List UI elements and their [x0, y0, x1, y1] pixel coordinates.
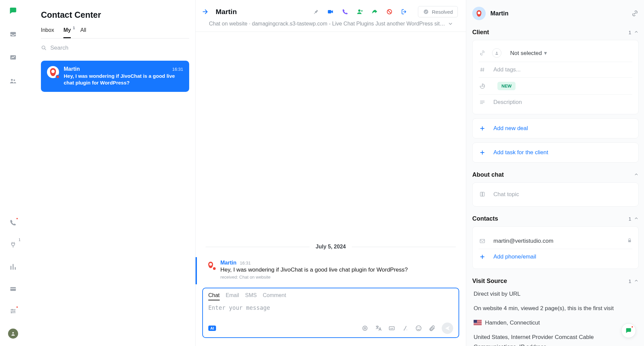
composer-toolbar: AI: [208, 323, 453, 334]
description-placeholder: Description: [493, 99, 522, 106]
phone-call-icon[interactable]: [341, 8, 349, 15]
section-toggle[interactable]: Client 1: [472, 29, 639, 36]
tab-my[interactable]: My 1: [63, 27, 71, 38]
message-text: Hey, I was wondering if JivoChat is a go…: [220, 267, 408, 273]
search-box[interactable]: [41, 45, 189, 51]
visit-details: Direct visit by URL On website 4 min, vi…: [472, 285, 639, 346]
pin-icon[interactable]: [312, 8, 319, 15]
section-title: Client: [472, 29, 626, 36]
section-count: 1: [629, 30, 631, 35]
status-row[interactable]: NEW: [479, 77, 632, 94]
contact-center-panel: Contact Center Inbox My 1 All Martin 16:…: [26, 0, 195, 346]
profile-avatar[interactable]: [8, 329, 18, 339]
client-link-row[interactable]: Not selected▾: [479, 44, 632, 62]
rail-settings-icon[interactable]: [8, 306, 18, 316]
cc-tabs: Inbox My 1 All: [41, 27, 189, 39]
video-call-icon[interactable]: [327, 8, 334, 15]
composer-tab-sms[interactable]: SMS: [245, 292, 257, 300]
date-separator: July 5, 2024: [206, 244, 456, 250]
section-contacts: Contacts 1 martin@vertistudio.com Add ph…: [472, 215, 639, 269]
chat-header: Martin Resolved: [196, 0, 466, 21]
back-button[interactable]: [200, 7, 210, 17]
tags-row[interactable]: Add tags...: [479, 62, 632, 77]
emoji-icon[interactable]: [415, 325, 422, 332]
tab-my-label: My: [63, 27, 71, 33]
chat-widget-button[interactable]: [621, 323, 636, 338]
chat-source-text: Chat on website · damagingcrack.s3-taste…: [209, 21, 445, 27]
section-count: 1: [629, 278, 631, 284]
rail-integrations-icon[interactable]: 1: [8, 240, 18, 249]
email-row[interactable]: martin@vertistudio.com: [479, 231, 632, 249]
composer-tabs: Chat Email SMS Comment: [208, 292, 453, 300]
plus-icon: [479, 149, 486, 156]
copy-link-icon[interactable]: [631, 10, 639, 17]
ban-icon[interactable]: [386, 8, 393, 15]
add-user-icon[interactable]: [356, 8, 364, 15]
chat-topic-row[interactable]: Chat topic: [479, 187, 632, 202]
target-icon[interactable]: [361, 325, 369, 332]
forward-icon[interactable]: [371, 8, 378, 15]
translate-icon[interactable]: [375, 325, 382, 332]
conversation-list: Martin 16:31 Hey, I was wondering if Jiv…: [41, 61, 189, 92]
rail-inbox-icon[interactable]: [8, 30, 18, 39]
mail-icon: [479, 237, 486, 245]
section-title: Visit Source: [472, 278, 626, 285]
section-visit: Visit Source 1 Direct visit by URL On we…: [472, 278, 639, 346]
chat-title: Martin: [216, 8, 307, 16]
chat-actions: Resolved: [312, 6, 458, 17]
section-toggle[interactable]: About chat: [472, 171, 639, 178]
chevron-up-icon: [634, 216, 639, 221]
add-task-button[interactable]: Add task for the client: [472, 142, 639, 163]
section-title: About chat: [472, 171, 631, 178]
add-deal-button[interactable]: Add new deal: [472, 118, 639, 138]
rail-phone-icon[interactable]: [8, 218, 18, 227]
composer-tab-comment[interactable]: Comment: [263, 292, 286, 300]
section-client: Client 1 Not selected▾ Add tags... NEW D…: [472, 29, 639, 163]
logo-icon[interactable]: [8, 6, 18, 15]
message-time: 16:31: [240, 261, 251, 266]
section-about: About chat Chat topic: [472, 171, 639, 207]
leave-chat-icon[interactable]: [400, 8, 408, 15]
chat-body: July 5, 2024 Martin 16:31 Hey, I was won…: [196, 32, 466, 284]
page-title: Contact Center: [41, 10, 189, 20]
rail-dashboard-icon[interactable]: [8, 53, 18, 62]
notification-dot: [16, 306, 18, 308]
visit-provider: United States, Internet Provider Comcast…: [474, 333, 637, 346]
search-input[interactable]: [50, 45, 189, 51]
rail-billing-icon[interactable]: [8, 284, 18, 294]
rail-stats-icon[interactable]: [8, 262, 18, 272]
message-author: Martin: [220, 260, 236, 266]
composer-tab-email[interactable]: Email: [226, 292, 239, 300]
send-button[interactable]: [442, 323, 453, 334]
message-input[interactable]: [208, 304, 453, 319]
check-icon: [423, 9, 429, 15]
tab-all[interactable]: All: [80, 27, 86, 38]
chat-panel: Martin Resolved Chat on website · damagi…: [195, 0, 466, 346]
chat-source-dropdown[interactable]: Chat on website · damagingcrack.s3-taste…: [196, 21, 466, 32]
visit-location: Hamden, Connecticut: [474, 318, 637, 328]
add-contact-button[interactable]: Add phone/email: [479, 249, 632, 265]
rail-people-icon[interactable]: [8, 76, 18, 86]
resolved-button[interactable]: Resolved: [418, 6, 458, 17]
section-toggle[interactable]: Visit Source 1: [472, 278, 639, 285]
ai-badge[interactable]: AI: [208, 326, 216, 331]
avatar: [472, 7, 486, 20]
gif-icon[interactable]: [388, 325, 395, 332]
nav-rail: 1: [0, 0, 26, 346]
quick-reply-icon[interactable]: [401, 325, 409, 332]
client-name: Martin: [490, 10, 627, 17]
rail-badge: 1: [18, 238, 20, 242]
resolved-label: Resolved: [432, 9, 453, 15]
composer-tab-chat[interactable]: Chat: [208, 292, 220, 300]
tab-inbox[interactable]: Inbox: [41, 27, 54, 38]
info-header: Martin: [472, 7, 639, 20]
link-icon: [479, 49, 486, 57]
conversation-item[interactable]: Martin 16:31 Hey, I was wondering if Jiv…: [41, 61, 189, 92]
conv-time: 16:31: [172, 67, 183, 72]
hash-icon: [479, 66, 486, 73]
contacts-card: martin@vertistudio.com Add phone/email: [472, 226, 639, 269]
section-toggle[interactable]: Contacts 1: [472, 215, 639, 222]
attach-icon[interactable]: [428, 325, 436, 332]
description-row[interactable]: Description: [479, 94, 632, 110]
chevron-up-icon: [634, 30, 639, 34]
